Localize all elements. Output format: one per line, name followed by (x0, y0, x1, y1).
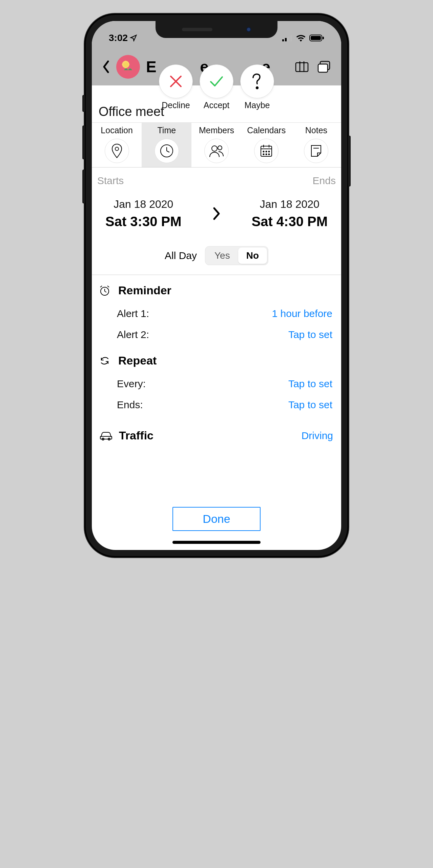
tab-notes-label: Notes (305, 125, 327, 135)
chevron-right-icon (212, 206, 221, 221)
start-daytime: Sat 3:30 PM (105, 214, 182, 229)
phone-power-button (348, 136, 351, 186)
alert1-label: Alert 1: (117, 308, 149, 319)
calendar-avatar (116, 55, 140, 79)
allday-row: All Day Yes No (92, 229, 341, 275)
repeat-ends-label: Ends: (117, 399, 143, 411)
clock-icon (154, 139, 179, 163)
traffic-title: Traffic (119, 429, 153, 442)
svg-point-31 (263, 154, 264, 155)
svg-rect-0 (282, 39, 284, 41)
repeat-section: Repeat Every: Tap to set Ends: Tap to se… (92, 345, 341, 415)
note-icon (304, 139, 328, 163)
repeat-arrows-icon (99, 355, 111, 366)
rsvp-row: Decline Accept Maybe (159, 64, 274, 110)
done-button[interactable]: Done (172, 507, 261, 531)
traffic-row[interactable]: Traffic Driving (92, 415, 341, 442)
svg-line-37 (105, 291, 106, 292)
reminder-header: Reminder (99, 284, 334, 303)
calendar-icon (254, 139, 279, 163)
battery-icon (309, 34, 324, 42)
nav-swap-icon[interactable] (295, 61, 309, 73)
repeat-every-label: Every: (117, 378, 146, 390)
repeat-every-value: Tap to set (288, 378, 332, 390)
accept-button[interactable] (200, 64, 233, 98)
nav-windows-icon[interactable] (317, 61, 331, 73)
alert1-row[interactable]: Alert 1: 1 hour before (99, 303, 334, 324)
location-pin-icon (105, 139, 129, 163)
notch (156, 21, 277, 38)
svg-rect-3 (290, 35, 292, 41)
wifi-icon (296, 34, 306, 42)
decline-x-icon (167, 73, 184, 90)
end-daytime: Sat 4:30 PM (251, 214, 328, 229)
tab-location-label: Location (101, 125, 133, 135)
accept-check-icon (207, 72, 226, 91)
svg-point-32 (266, 154, 267, 155)
status-time: 3:02 (109, 33, 128, 43)
traffic-value: Driving (302, 430, 333, 441)
ends-label: Ends (313, 175, 336, 186)
repeat-header: Repeat (99, 354, 334, 373)
svg-line-38 (100, 286, 102, 287)
allday-toggle[interactable]: Yes No (205, 246, 268, 265)
alert1-value: 1 hour before (272, 308, 332, 319)
svg-line-39 (107, 286, 109, 287)
maybe-label: Maybe (244, 100, 270, 110)
decline-button[interactable] (159, 64, 193, 98)
svg-rect-1 (285, 38, 287, 41)
alert2-label: Alert 2: (117, 329, 149, 340)
tab-calendars-label: Calendars (247, 125, 286, 135)
svg-point-29 (266, 151, 267, 152)
event-sheet: Office meet Location Time Members (92, 85, 341, 442)
car-icon (99, 431, 114, 440)
svg-point-7 (124, 62, 128, 67)
svg-rect-2 (288, 37, 289, 41)
svg-point-23 (218, 146, 222, 150)
starts-label: Starts (97, 175, 124, 186)
repeat-title: Repeat (118, 354, 157, 367)
phone-volume-down (82, 170, 85, 203)
svg-point-30 (269, 151, 270, 152)
event-tabs: Location Time Members (92, 123, 341, 167)
svg-rect-6 (323, 37, 324, 39)
people-icon (204, 139, 229, 163)
svg-point-18 (115, 147, 119, 151)
svg-rect-14 (318, 64, 328, 72)
start-datetime[interactable]: Jan 18 2020 Sat 3:30 PM (105, 198, 182, 229)
cellular-signal-icon (282, 35, 292, 41)
allday-no[interactable]: No (238, 248, 267, 264)
starts-ends-header: Starts Ends (92, 167, 341, 186)
tab-notes[interactable]: Notes (291, 123, 341, 167)
alarm-clock-icon (99, 285, 111, 296)
back-chevron-icon[interactable] (102, 60, 110, 74)
decline-label: Decline (162, 100, 190, 110)
maybe-button[interactable] (240, 64, 274, 98)
maybe-question-icon (250, 72, 265, 91)
dates-row: Jan 18 2020 Sat 3:30 PM Jan 18 2020 Sat … (92, 186, 341, 229)
svg-rect-8 (296, 63, 308, 72)
tab-calendars[interactable]: Calendars (242, 123, 291, 167)
svg-line-21 (167, 151, 169, 152)
speaker-grille (182, 28, 212, 31)
start-date: Jan 18 2020 (105, 198, 182, 211)
tab-members-label: Members (199, 125, 234, 135)
repeat-ends-row[interactable]: Ends: Tap to set (99, 394, 334, 415)
alert2-row[interactable]: Alert 2: Tap to set (99, 324, 334, 345)
tab-members[interactable]: Members (191, 123, 241, 167)
phone-mute-switch (82, 95, 85, 112)
tab-time-label: Time (157, 125, 176, 135)
home-indicator[interactable] (172, 541, 261, 544)
end-date: Jan 18 2020 (251, 198, 328, 211)
end-datetime[interactable]: Jan 18 2020 Sat 4:30 PM (251, 198, 328, 229)
svg-point-22 (212, 146, 217, 151)
phone-volume-up (82, 125, 85, 159)
allday-yes[interactable]: Yes (206, 248, 238, 264)
tab-location[interactable]: Location (92, 123, 142, 167)
svg-rect-5 (311, 36, 321, 40)
svg-point-28 (263, 151, 264, 152)
svg-point-33 (269, 154, 270, 155)
accept-label: Accept (204, 100, 229, 110)
tab-time[interactable]: Time (142, 123, 191, 167)
repeat-every-row[interactable]: Every: Tap to set (99, 373, 334, 394)
